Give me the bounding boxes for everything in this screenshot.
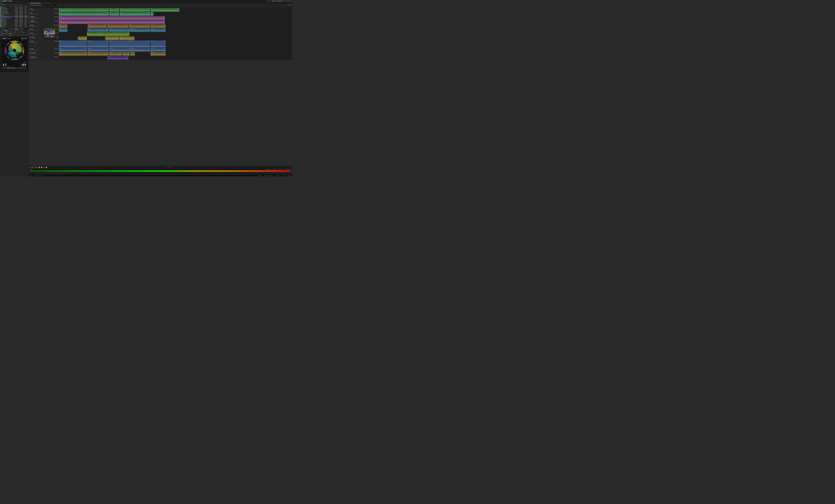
transport-rewind[interactable]: ⏪ (39, 166, 40, 168)
col-header-channels[interactable]: Channels (24, 6, 29, 6)
clip-drums_r-0[interactable]: Drums RightVolume (59, 20, 165, 24)
transport-clip-gain[interactable]: ⊕ (290, 167, 290, 168)
panel-toolbar-down[interactable]: ▼ (3, 30, 4, 31)
panel-toolbar-first[interactable]: ⏮ (6, 30, 7, 31)
color-swatch-2[interactable] (46, 31, 47, 31)
clip-piano_l-4[interactable]: Piano LeftVolume (150, 40, 166, 48)
files-home-icon[interactable]: ⌂ (3, 4, 3, 5)
markers-col-duration[interactable]: Duration (14, 32, 17, 33)
markers-col-type[interactable]: Type (17, 32, 21, 33)
editor-settings-icon[interactable]: ⚙ (290, 3, 291, 4)
panel-tab-effects-rack[interactable]: Effects Rack (7, 28, 14, 30)
markers-col-desc[interactable]: Description (21, 32, 29, 33)
track-expand-piano_l[interactable]: ▶ (30, 41, 30, 42)
track-arm-guitar[interactable]: R (57, 33, 58, 34)
clip-piano_r-3[interactable]: Piano RightVolume (130, 48, 150, 52)
color-swatch-26[interactable] (46, 32, 47, 33)
track-arm-harpsichord[interactable]: R (57, 52, 58, 53)
color-swatch-8[interactable] (51, 31, 52, 31)
color-swatch-15[interactable] (47, 31, 48, 32)
panel-toolbar-add[interactable]: + (0, 30, 1, 31)
editor-menu-mixer[interactable]: Mixer (42, 2, 46, 4)
color-swatch-37[interactable] (45, 33, 46, 34)
track-fx-icon-harpsichord[interactable]: ⊞ (38, 54, 39, 55)
track-mute-hi_strings_l[interactable]: M (54, 56, 56, 57)
clip-echo-0[interactable]: Echo breakVolume (59, 28, 67, 32)
clip-drums_l-0[interactable]: Drums LeftVolume (59, 16, 165, 20)
clip-echo-1[interactable]: Echo breakVolume (87, 28, 108, 32)
track-arm-hammond[interactable]: R (57, 37, 58, 38)
track-arm-shaker[interactable]: R (57, 25, 58, 26)
clip-hammond-2[interactable]: HamondVolume (119, 37, 135, 40)
color-swatch-39[interactable] (47, 33, 48, 34)
track-solo-drums_l[interactable]: S (56, 17, 57, 18)
track-pan-piano_l[interactable]: L100 (36, 42, 38, 43)
markers-col-name[interactable]: Name (0, 32, 6, 33)
track-solo-hi_strings_l[interactable]: S (56, 56, 57, 57)
color-swatch-45[interactable] (52, 33, 53, 34)
color-swatch-17[interactable] (49, 31, 49, 32)
editor-tab-main[interactable]: Editor: MA – Teardrop.sesx (29, 2, 41, 4)
track-arm-sub[interactable]: R (57, 13, 58, 14)
clip-sub-3[interactable]: SubVolume (150, 12, 154, 16)
color-swatch-11[interactable] (54, 31, 55, 31)
color-swatch-42[interactable] (49, 33, 50, 34)
clip-harpsichord-5[interactable]: HarpsichordVolume (150, 52, 166, 56)
toolbar-play-btn[interactable]: ▶ (34, 4, 36, 6)
preset-delete-icon[interactable]: 🗑 (11, 35, 12, 36)
track-pan-bass[interactable]: 0 (36, 10, 38, 11)
clip-bass-3[interactable]: BassVolume (150, 8, 179, 12)
color-swatch-41[interactable] (49, 33, 49, 34)
track-arm-drums_l[interactable]: R (57, 17, 58, 18)
track-arm-hi_strings_l[interactable]: R (57, 56, 58, 57)
clip-piano_l-2[interactable]: Piano LeftVolume (109, 40, 130, 48)
files-search-input[interactable] (21, 4, 28, 5)
track-vol-sub[interactable]: -4.4 (30, 14, 33, 15)
track-pan-sub[interactable]: 0 (36, 14, 38, 15)
transport-play[interactable]: ▶ (32, 166, 34, 168)
color-swatch-4[interactable] (48, 31, 48, 31)
track-fx-icon-drums_l[interactable]: ⊞ (38, 18, 39, 19)
track-pan-hammond[interactable]: 0 (36, 38, 38, 39)
track-pan-shaker[interactable]: 0 (36, 26, 38, 27)
color-swatch-43[interactable] (50, 33, 51, 34)
clip-piano_r-0[interactable]: Piano RightVolume (59, 48, 87, 52)
presets-select[interactable]: (Custom) (4, 35, 9, 36)
panel-toolbar-last[interactable]: ⏭ (7, 30, 8, 31)
files-back-icon[interactable]: ◂ (0, 4, 1, 5)
panel-toolbar-left[interactable]: ◀ (4, 30, 5, 31)
levels-tab[interactable]: Levels (29, 169, 32, 170)
color-swatch-27[interactable] (47, 32, 48, 33)
color-swatch-22[interactable] (53, 31, 54, 32)
track-fx-icon-hammond[interactable]: ⊞ (38, 38, 39, 39)
track-vol-shaker[interactable]: -5.8 (30, 26, 33, 27)
color-swatch-6[interactable] (49, 31, 50, 31)
color-swatch-25[interactable] (45, 32, 46, 33)
track-expand-guitar[interactable]: ▶ (30, 33, 30, 34)
track-pan-drums_r[interactable]: R100 (36, 22, 38, 23)
files-delete-icon[interactable]: 🗑 (4, 4, 5, 5)
track-mute-piano_l[interactable]: M (54, 41, 56, 42)
clip-bass-1[interactable]: BassVolume (109, 8, 119, 12)
track-expand-sub[interactable]: ▶ (30, 13, 30, 14)
color-swatch-0[interactable] (44, 31, 45, 31)
files-close-icon[interactable]: ✕ (3, 2, 3, 3)
transport-pause[interactable]: ⏸ (34, 166, 36, 168)
clip-shaker-3[interactable]: ShakerVolume (129, 24, 150, 28)
color-swatch-33[interactable] (52, 32, 53, 33)
track-fx-icon-echo[interactable]: ⊞ (38, 30, 39, 31)
track-pan-guitar[interactable]: 0 (36, 34, 38, 35)
files-refresh-icon[interactable]: ↻ (3, 4, 4, 5)
radar-reset-btn[interactable]: ↺ (25, 38, 27, 39)
waveform-btn[interactable]: Waveform (2, 0, 7, 2)
markers-col-end[interactable]: End (10, 32, 14, 33)
clip-shaker-2[interactable]: ShakerVolume (107, 24, 128, 28)
track-solo-piano_r[interactable]: S (56, 48, 57, 49)
clip-piano_l-3[interactable]: Piano LeftVolume (130, 40, 150, 48)
track-expand-hi_strings_l[interactable]: ▶ (30, 57, 30, 57)
track-vol-hammond[interactable]: +0 (30, 38, 33, 39)
track-expand-bass[interactable]: ▶ (30, 8, 30, 9)
color-swatch-21[interactable] (52, 31, 53, 32)
color-swatch-12[interactable] (44, 31, 45, 32)
track-mute-drums_r[interactable]: M (54, 20, 56, 22)
